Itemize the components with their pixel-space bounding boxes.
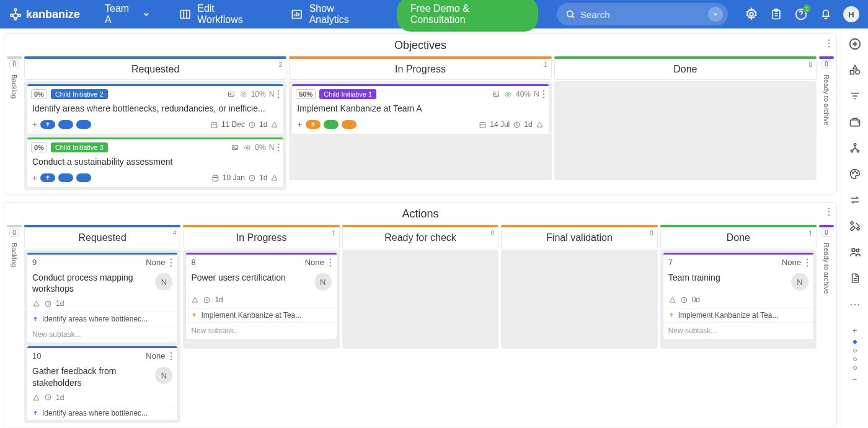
zoom-minus[interactable]: − <box>852 375 857 384</box>
clipboard-icon[interactable] <box>769 7 784 22</box>
chip[interactable] <box>324 120 339 129</box>
shapes-icon[interactable] <box>848 63 862 77</box>
edge-left[interactable]: 0 Backlog <box>7 56 22 190</box>
user-avatar[interactable]: H <box>843 6 859 22</box>
team-selector[interactable]: Team A <box>99 0 157 29</box>
zoom-level-3[interactable] <box>853 357 857 361</box>
help-icon[interactable]: 1 <box>794 7 808 22</box>
chip[interactable] <box>76 173 91 182</box>
svg-point-6 <box>567 11 573 17</box>
chip-arrow[interactable] <box>40 120 55 129</box>
card-menu[interactable] <box>806 258 808 267</box>
action-card[interactable]: 9 None Conduct process mapping workshops… <box>27 252 178 343</box>
edge-right[interactable]: 0 Ready to archive <box>819 56 834 190</box>
chip[interactable] <box>58 120 73 129</box>
zoom-level-2[interactable] <box>853 349 857 352</box>
card-menu[interactable] <box>170 258 172 267</box>
swap-icon[interactable] <box>848 193 862 207</box>
tools-icon[interactable] <box>848 219 862 233</box>
card-avatar: N <box>791 273 808 290</box>
triangle-icon <box>270 121 278 128</box>
column-header[interactable]: Ready for check 0 <box>342 227 498 248</box>
objective-card[interactable]: 0% Child Initiative 2 10% N Identify are… <box>27 84 284 134</box>
column-header[interactable]: In Progress 1 <box>289 59 551 80</box>
column-name: In Progress <box>236 232 287 243</box>
chip[interactable] <box>342 120 356 129</box>
objective-card[interactable]: 0% Child Initiative 3 0% N Conduct a sus… <box>27 137 284 188</box>
new-subtask[interactable]: New subtask... <box>27 326 177 343</box>
column-body[interactable]: 9 None Conduct process mapping workshops… <box>24 250 180 423</box>
brand-logo[interactable]: kanbanize <box>9 7 80 21</box>
chip[interactable] <box>58 173 73 182</box>
card-add[interactable]: + <box>32 120 37 129</box>
card-menu[interactable] <box>277 90 280 98</box>
chip-arrow[interactable] <box>306 120 321 129</box>
card-menu[interactable] <box>329 258 332 267</box>
column-body[interactable]: 50% Child Initiative 1 40% N Implement K… <box>289 81 551 180</box>
card-add[interactable]: + <box>297 120 302 129</box>
briefcase-icon[interactable] <box>848 115 862 129</box>
action-card[interactable]: 7 None Team training N 0d Implement Kanb… <box>663 252 814 339</box>
edit-workflows-button[interactable]: Edit Workflows <box>172 0 268 29</box>
column: Final validation 0 <box>501 225 657 423</box>
search-input[interactable] <box>580 9 708 20</box>
column-header[interactable]: Requested 4 <box>24 227 180 248</box>
column-header[interactable]: Done 0 <box>554 59 817 80</box>
card-parent-link[interactable]: Identify areas where bottlenec... <box>27 406 177 420</box>
more-icon[interactable]: ⋯ <box>849 297 861 311</box>
arrow-up-icon <box>32 315 38 323</box>
people-icon[interactable] <box>848 245 862 259</box>
column-body[interactable]: 7 None Team training N 0d Implement Kanb… <box>660 250 817 349</box>
lane-menu[interactable] <box>828 39 830 48</box>
search-box[interactable] <box>557 3 728 25</box>
new-subtask[interactable]: New subtask... <box>186 322 336 339</box>
action-card[interactable]: 10 None Gather feedback from stakeholder… <box>27 346 178 420</box>
zoom-plus[interactable]: + <box>852 326 857 335</box>
column-header[interactable]: Done 1 <box>660 227 817 248</box>
filter-icon[interactable] <box>848 89 862 103</box>
chip-arrow[interactable] <box>40 173 55 182</box>
hierarchy-icon[interactable] <box>848 141 862 155</box>
card-menu[interactable] <box>542 90 545 98</box>
action-card[interactable]: 8 None Power users certification N 1d Im… <box>185 252 337 339</box>
edge-right[interactable]: 0 Ready to archive <box>819 225 834 423</box>
settings-icon[interactable] <box>744 7 759 22</box>
column-body[interactable] <box>501 250 657 349</box>
svg-point-64 <box>854 144 856 146</box>
card-add[interactable]: + <box>32 173 37 183</box>
card-owner: N <box>269 90 275 98</box>
search-dropdown[interactable] <box>708 7 723 22</box>
new-subtask[interactable]: New subtask... <box>663 322 813 339</box>
column-body[interactable]: 0% Child Initiative 2 10% N Identify are… <box>24 81 286 190</box>
svg-point-46 <box>170 264 172 266</box>
show-analytics-button[interactable]: Show Analytics <box>283 0 382 29</box>
column: Requested 4 9 None Conduct process mappi… <box>24 225 180 423</box>
column-body[interactable]: 8 None Power users certification N 1d Im… <box>183 250 339 349</box>
edge-left[interactable]: 0 Backlog <box>7 225 22 423</box>
column-body[interactable] <box>554 81 817 180</box>
column-body[interactable] <box>342 250 498 349</box>
zoom-level-1[interactable] <box>853 340 857 344</box>
demo-button[interactable]: Free Demo & Consultation <box>397 0 538 32</box>
svg-point-67 <box>852 173 853 174</box>
svg-point-44 <box>170 258 172 260</box>
card-parent-link[interactable]: Implement Kanbanize at Tea... <box>663 308 813 322</box>
column-header[interactable]: Requested 2 <box>24 59 286 80</box>
zoom-control[interactable]: + − <box>852 326 857 384</box>
lane-header: Actions <box>4 203 836 225</box>
add-card-icon[interactable] <box>848 37 862 51</box>
palette-icon[interactable] <box>848 167 862 181</box>
zoom-level-4[interactable] <box>853 366 857 370</box>
svg-point-18 <box>278 90 280 92</box>
bell-icon[interactable] <box>818 7 833 22</box>
objective-card[interactable]: 50% Child Initiative 1 40% N Implement K… <box>291 84 549 134</box>
column-header[interactable]: Final validation 0 <box>501 227 657 248</box>
document-icon[interactable] <box>848 271 862 285</box>
card-menu[interactable] <box>277 143 280 152</box>
card-parent-link[interactable]: Identify areas where bottlenec... <box>27 312 177 326</box>
card-menu[interactable] <box>170 352 172 360</box>
column-header[interactable]: In Progress 1 <box>183 227 339 248</box>
chip[interactable] <box>76 120 91 129</box>
card-parent-link[interactable]: Implement Kanbanize at Tea... <box>186 308 336 322</box>
lane-menu[interactable] <box>828 207 830 216</box>
